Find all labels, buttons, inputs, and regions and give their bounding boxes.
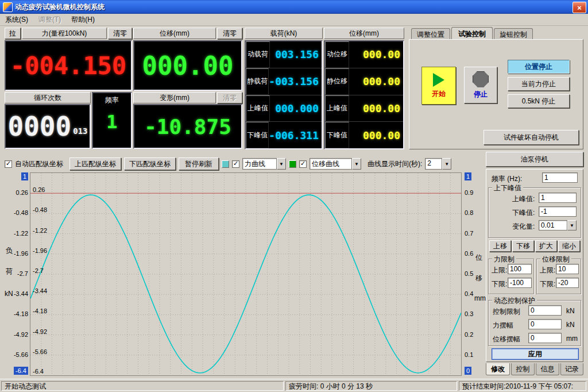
axis-tick-label: -1.22 [33,226,47,235]
menu-item-adjust: 调整(T) [33,14,66,26]
right-axis-strip: 位 移 mm 10.90.80.70.60.50.40.30.20.10 [462,172,485,376]
axis-tick-label: 0.3 [465,310,473,318]
table-row: 静位移 000.00 [325,68,403,95]
row-value: 003.156 [270,48,322,60]
force-amp-unit: kN [566,321,575,329]
tab-modify[interactable]: 修改 [486,363,510,375]
deform-clear-button: 清零 [217,92,242,103]
axis-tick-label: 0.4 [465,290,473,298]
axis-tick-label: -2.7 [33,267,44,275]
move-up-button[interactable]: 上移 [489,240,511,252]
axis-tick-label: -4.92 [33,328,47,336]
close-button[interactable]: × [572,2,586,13]
force-lower-input[interactable] [508,278,532,288]
row-value: 000.00 [349,75,403,87]
force-curve-checkbox[interactable] [232,160,239,168]
row-label: 动位移 [325,41,349,68]
mode-position-stop-button[interactable]: 位置停止 [508,60,570,74]
axis-tick-label: 0.2 [465,330,473,339]
apply-button[interactable]: 应用 [492,348,579,360]
chevron-down-icon[interactable]: ▼ [442,158,451,170]
force-upper-label: 上限: [492,266,507,275]
row-value: 000.00 [349,129,403,141]
tab-info[interactable]: 信息 [536,363,559,375]
time-window-label: 曲线显示时间(秒): [368,159,422,169]
deform-display: -10.875 [133,104,242,149]
tab-record[interactable]: 记录 [560,363,583,375]
stop-button[interactable]: 停止 [464,67,497,103]
up-match-button[interactable]: 上匹配纵坐标 [69,157,121,170]
force-upper-input[interactable] [508,264,532,274]
disp-curve-checkbox[interactable] [299,160,307,168]
disp-curve-combo[interactable]: 位移曲线 ▼ [310,158,361,170]
row-label: 下峰值 [246,122,269,148]
force-header: 力(量程100kN) [22,28,107,39]
disp-table: 动位移 000.00 静位移 000.00 上峰值 000.00 下峰值 000… [324,40,404,149]
cycles-display: 0000 013 [5,104,91,149]
pump-stop-button[interactable]: 油泵停机 [486,152,583,167]
displacement-clear-button[interactable]: 清零 [217,28,242,39]
status-end-time: 预计结束时间:2010-11-9 下午 05:07: [459,381,586,391]
shrink-button[interactable]: 缩小 [558,240,580,252]
chevron-down-icon[interactable]: ▼ [567,220,577,230]
force-clear-button[interactable]: 清零 [108,28,132,39]
stop-octagon-icon [473,71,489,87]
peaks-group-title: 上下峰值 [492,183,523,193]
left-axis-title-char: kN [5,290,13,298]
time-window-value: 2 [425,158,442,170]
lower-peak-input[interactable] [539,206,577,217]
auto-match-checkbox[interactable] [5,160,12,168]
axis-tick-label: -4.92 [14,330,28,339]
force-curve-combo[interactable]: 力曲线 ▼ [242,158,286,170]
status-fatigue-time: 疲劳时间: 0 小时 0 分 13 秒 [285,381,457,391]
specimen-break-autostop-button[interactable]: 试件破坏自动停机 [483,130,579,145]
move-down-button[interactable]: 下移 [512,240,534,252]
chart-plot: 0.26-0.48-1.22-1.96-2.7-3.44-4.18-4.92-5… [30,172,462,376]
delta-value: 0.01 [539,220,567,230]
axis-tick-label: -3.44 [33,287,47,295]
axis-limit-field[interactable]: 1 [21,172,28,180]
down-match-button[interactable]: 下匹配纵坐标 [124,157,176,170]
row-label: 下峰值 [325,122,349,148]
time-window-combo[interactable]: 2 ▼ [425,158,451,170]
disp-upper-input[interactable] [556,264,579,274]
play-icon [433,73,444,87]
upper-peak-input[interactable] [539,193,577,203]
frequency-input[interactable] [542,172,578,183]
axis-tick-label: -2.7 [17,270,28,278]
chevron-down-icon[interactable]: ▼ [277,158,286,170]
axis-tick-label: -5.66 [33,348,47,356]
row-label: 静载荷 [246,68,269,95]
delta-combo[interactable]: 0.01 ▼ [539,220,577,230]
force-amp-input[interactable] [528,319,562,329]
chevron-down-icon[interactable]: ▼ [352,158,361,170]
close-icon: × [577,4,582,11]
left-axis-title-char: 负 [6,246,13,256]
disp-amp-input[interactable] [528,333,562,343]
cycles-value: 0000 [7,111,71,142]
mode-halfkn-stop-button[interactable]: 0.5kN 停止 [508,94,570,108]
force-value: -004.150 [10,52,126,80]
app-icon [3,2,13,12]
menu-item-help[interactable]: 帮助(H) [66,14,100,26]
mode-current-force-stop-button[interactable]: 当前力停止 [508,77,570,91]
menu-item-system[interactable]: 系统(S) [0,14,33,26]
disp-lower-input[interactable] [556,278,579,288]
frequency-display-value: 1 [106,111,117,133]
pause-refresh-button[interactable]: 暂停刷新 [179,157,219,170]
tab-control[interactable]: 控制 [511,363,535,375]
lower-peak-label: 下峰值: [512,208,535,218]
axis-tick-label: -4.18 [33,307,47,315]
expand-button[interactable]: 扩大 [535,240,557,252]
ctrl-limit-input[interactable] [528,305,562,316]
menu-bar: 系统(S) 调整(T) 帮助(H) [0,14,588,26]
start-button[interactable]: 开始 [421,67,456,105]
axis-tick-label: -1.96 [14,249,28,258]
axis-tick-label: -0.48 [14,209,28,217]
axis-limit-field[interactable]: -6.4 [14,367,28,375]
table-row: 动位移 000.00 [325,41,403,68]
axis-limit-field[interactable]: 1 [465,172,471,180]
row-value: 000.00 [349,48,403,60]
pull-indicator-button[interactable]: 拉 [5,28,21,39]
axis-limit-field[interactable]: 0 [465,367,471,375]
